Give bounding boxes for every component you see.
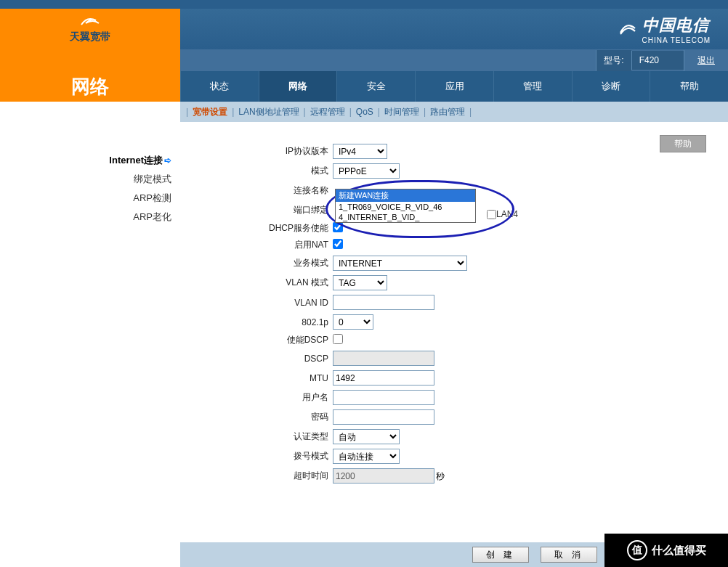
label-nat: 启用NAT (202, 239, 333, 251)
tab-diagnosis[interactable]: 诊断 (572, 71, 650, 102)
conn-name-dropdown[interactable]: 新建WAN连接 1_TR069_VOICE_R_VID_46 4_INTERNE… (335, 189, 476, 223)
telecom-swirl-icon (78, 15, 102, 30)
label-ip-version: IP协议版本 (202, 145, 333, 158)
select-mode[interactable]: PPPoE (333, 163, 400, 179)
tab-help[interactable]: 帮助 (650, 71, 728, 102)
tab-status[interactable]: 状态 (180, 71, 259, 102)
input-vlan-id[interactable] (333, 295, 434, 310)
unit-seconds: 秒 (436, 471, 445, 481)
select-8021p[interactable]: 0 (333, 314, 373, 330)
label-auth-type: 认证类型 (202, 431, 333, 443)
dropdown-option[interactable]: 4_INTERNET_B_VID_ (336, 212, 475, 222)
logout-link[interactable]: 退出 (684, 50, 728, 71)
label-username: 用户名 (202, 391, 333, 404)
label-timeout: 超时时间 (202, 470, 333, 482)
label-dial-mode: 拨号模式 (202, 450, 333, 462)
brand-right-name: 中国电信 (642, 15, 711, 36)
create-button[interactable]: 创 建 (472, 547, 529, 563)
subnav-qos[interactable]: QoS (355, 107, 375, 117)
sidebar-item-arpdetect[interactable]: ARP检测 (0, 189, 171, 208)
select-dial-mode[interactable]: 自动连接 (333, 449, 400, 464)
page-title: 网络 (0, 71, 180, 102)
tab-security[interactable]: 安全 (336, 71, 415, 102)
dropdown-option[interactable]: 1_TR069_VOICE_R_VID_46 (336, 202, 475, 212)
subnav-broadband[interactable]: 宽带设置 (191, 106, 229, 118)
model-bar: 型号: F420 退出 (0, 49, 728, 71)
subnav-time[interactable]: 时间管理 (383, 106, 421, 118)
checkbox-dscp[interactable] (333, 334, 343, 344)
brand-right: 中国电信 CHINA TELECOM (180, 9, 728, 49)
sidebar-item-bindmode[interactable]: 绑定模式 (0, 170, 171, 189)
input-username[interactable] (333, 390, 434, 405)
label-vlan-mode: VLAN 模式 (202, 277, 333, 289)
label-service-mode: 业务模式 (202, 257, 333, 269)
select-vlan-mode[interactable]: TAG (333, 275, 387, 290)
label-mode: 模式 (202, 165, 333, 177)
watermark: 值 什么值得买 (604, 534, 728, 567)
input-password[interactable] (333, 409, 434, 425)
label-8021p: 802.1p (202, 317, 333, 327)
sidebar-item-internet[interactable]: Internet连接➪ (0, 151, 171, 170)
model-label: 型号: (596, 50, 631, 71)
nav-tabs: 状态 网络 安全 应用 管理 诊断 帮助 (180, 71, 728, 102)
label-dscp: DSCP (202, 354, 333, 364)
label-conn-name: 连接名称 (202, 184, 333, 197)
label-dhcp: DHCP服务使能 (202, 222, 333, 234)
label-mtu: MTU (202, 373, 333, 383)
checkbox-nat[interactable] (333, 239, 343, 249)
input-dscp[interactable] (333, 351, 434, 366)
cancel-button[interactable]: 取 消 (541, 547, 597, 563)
label-password: 密码 (202, 411, 333, 423)
sidebar-item-arpaging[interactable]: ARP老化 (0, 208, 171, 227)
tab-network[interactable]: 网络 (259, 71, 337, 102)
watermark-text: 什么值得买 (652, 544, 706, 558)
checkbox-lan4[interactable] (487, 210, 496, 219)
arrow-right-icon: ➪ (164, 155, 171, 166)
model-value: F420 (631, 51, 684, 70)
label-port-bind: 端口绑定 (202, 204, 333, 216)
help-button[interactable]: 帮助 (660, 135, 706, 152)
input-timeout[interactable] (333, 468, 434, 484)
checkbox-dhcp[interactable] (333, 222, 343, 232)
select-service-mode[interactable]: INTERNET (333, 256, 467, 271)
label-dscp-enable: 使能DSCP (202, 334, 333, 346)
brand-left-name: 天翼宽带 (70, 30, 110, 44)
brand-right-sub: CHINA TELECOM (642, 36, 711, 44)
select-auth-type[interactable]: 自动 (333, 429, 400, 444)
sidebar: Internet连接➪ 绑定模式 ARP检测 ARP老化 (0, 122, 180, 491)
dropdown-option[interactable]: 新建WAN连接 (336, 189, 475, 202)
select-ip-version[interactable]: IPv4 (333, 144, 387, 159)
lan4-label: LAN4 (496, 209, 518, 219)
subnav-remote[interactable]: 远程管理 (309, 106, 347, 118)
watermark-badge-icon: 值 (627, 540, 647, 560)
label-vlan-id: VLAN ID (202, 298, 333, 308)
subnav-route[interactable]: 路由管理 (429, 106, 466, 118)
content: 帮助 IP协议版本 IPv4 模式 PPPoE 连接名称 端口绑定 DHCP服务… (180, 122, 728, 491)
brand-left: 天翼宽带 (0, 9, 180, 49)
subnav-lan[interactable]: LAN侧地址管理 (237, 106, 300, 118)
subnav: | 宽带设置| LAN侧地址管理| 远程管理| QoS| 时间管理| 路由管理| (180, 102, 728, 122)
input-mtu[interactable] (333, 370, 434, 386)
china-telecom-icon (616, 18, 638, 40)
tab-management[interactable]: 管理 (493, 71, 572, 102)
tab-application[interactable]: 应用 (415, 71, 493, 102)
header: 天翼宽带 中国电信 CHINA TELECOM (0, 9, 728, 49)
